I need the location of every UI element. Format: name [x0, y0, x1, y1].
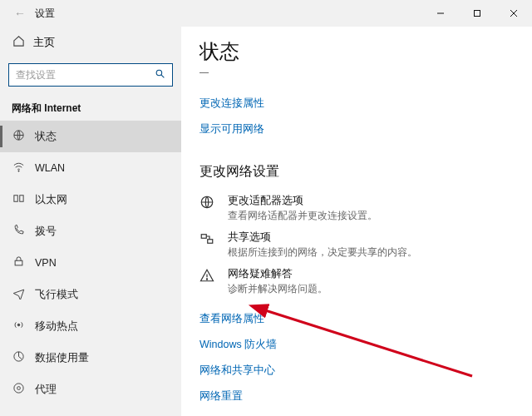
svg-line-5 [161, 75, 164, 77]
sidebar-item-label: 拨号 [35, 225, 57, 239]
svg-point-4 [156, 70, 162, 76]
svg-rect-8 [13, 196, 17, 202]
svg-rect-9 [19, 196, 22, 202]
sidebar-item-label: 飞行模式 [35, 288, 78, 302]
option-title: 更改适配器选项 [228, 194, 377, 208]
sidebar-item-vpn[interactable]: VPN [0, 247, 181, 279]
option-title: 共享选项 [228, 230, 417, 245]
proxy-icon [12, 382, 25, 397]
window-title: 设置 [35, 7, 55, 21]
sidebar-section-title: 网络和 Internet [0, 95, 181, 121]
sidebar-item-label: 移动热点 [35, 319, 78, 334]
hotspot-icon [12, 319, 25, 334]
maximize-button[interactable] [459, 0, 495, 27]
ethernet-icon [12, 192, 25, 207]
svg-rect-17 [208, 240, 213, 244]
option-desc: 根据所连接到的网络，决定要共享的内容。 [228, 246, 417, 259]
globe-icon [200, 194, 216, 222]
page-title: 状态 [181, 27, 532, 65]
airplane-icon [12, 287, 25, 302]
option-troubleshoot[interactable]: 网络疑难解答 诊断并解决网络问题。 [181, 259, 532, 295]
link-network-reset[interactable]: 网络重置 [200, 389, 532, 404]
option-desc: 查看网络适配器并更改连接设置。 [228, 210, 377, 222]
content-pane: 状态 — 更改连接属性 显示可用网络 更改网络设置 更改适配器选项 查看网络适配… [181, 27, 532, 416]
svg-point-19 [206, 279, 207, 280]
sidebar-item-home[interactable]: 主页 [0, 27, 181, 58]
back-icon[interactable]: ← [10, 7, 30, 20]
link-windows-firewall[interactable]: Windows 防火墙 [200, 338, 532, 352]
home-label: 主页 [33, 35, 55, 50]
sidebar-item-label: 数据使用量 [35, 351, 89, 365]
sidebar-item-label: 以太网 [35, 193, 67, 207]
phone-icon [12, 224, 25, 239]
warning-icon [200, 267, 216, 295]
page-subline: — [181, 65, 532, 77]
sidebar-item-proxy[interactable]: 代理 [0, 374, 181, 405]
link-view-network-props[interactable]: 查看网络属性 [200, 312, 532, 326]
sidebar-item-airplane[interactable]: 飞行模式 [0, 279, 181, 310]
sidebar-item-label: VPN [35, 257, 57, 269]
search-icon [155, 67, 165, 82]
option-title: 网络疑难解答 [228, 267, 328, 281]
vpn-icon [12, 255, 25, 270]
search-input-wrap[interactable] [8, 63, 173, 87]
svg-rect-1 [475, 11, 480, 17]
sidebar-item-label: 代理 [35, 383, 57, 397]
sidebar-item-ethernet[interactable]: 以太网 [0, 184, 181, 215]
home-icon [12, 35, 25, 50]
link-change-connection[interactable]: 更改连接属性 [200, 97, 532, 111]
svg-rect-16 [201, 235, 206, 239]
wifi-icon [12, 161, 25, 176]
link-show-networks[interactable]: 显示可用网络 [200, 122, 532, 136]
sharing-icon [200, 230, 216, 259]
option-sharing[interactable]: 共享选项 根据所连接到的网络，决定要共享的内容。 [181, 222, 532, 259]
option-desc: 诊断并解决网络问题。 [228, 283, 328, 295]
search-input[interactable] [16, 69, 155, 81]
svg-point-7 [17, 171, 18, 171]
sidebar: 主页 网络和 Internet 状态 WLAN 以太网 [0, 27, 181, 416]
globe-icon [12, 129, 25, 144]
section-change-settings: 更改网络设置 [181, 148, 532, 186]
sidebar-item-hotspot[interactable]: 移动热点 [0, 310, 181, 342]
svg-point-13 [13, 384, 22, 393]
minimize-button[interactable] [422, 0, 459, 27]
sidebar-item-status[interactable]: 状态 [0, 121, 181, 152]
svg-point-11 [17, 324, 20, 326]
sidebar-item-wlan[interactable]: WLAN [0, 152, 181, 184]
sidebar-item-label: WLAN [35, 162, 65, 174]
svg-point-14 [17, 387, 20, 390]
link-network-sharing-center[interactable]: 网络和共享中心 [200, 364, 532, 378]
sidebar-item-dialup[interactable]: 拨号 [0, 215, 181, 247]
sidebar-item-data-usage[interactable]: 数据使用量 [0, 342, 181, 374]
window-titlebar: ← 设置 [0, 0, 532, 27]
close-button[interactable] [495, 0, 532, 27]
sidebar-item-label: 状态 [35, 130, 57, 144]
data-usage-icon [12, 350, 25, 365]
svg-rect-10 [15, 260, 22, 265]
option-adapter[interactable]: 更改适配器选项 查看网络适配器并更改连接设置。 [181, 186, 532, 222]
